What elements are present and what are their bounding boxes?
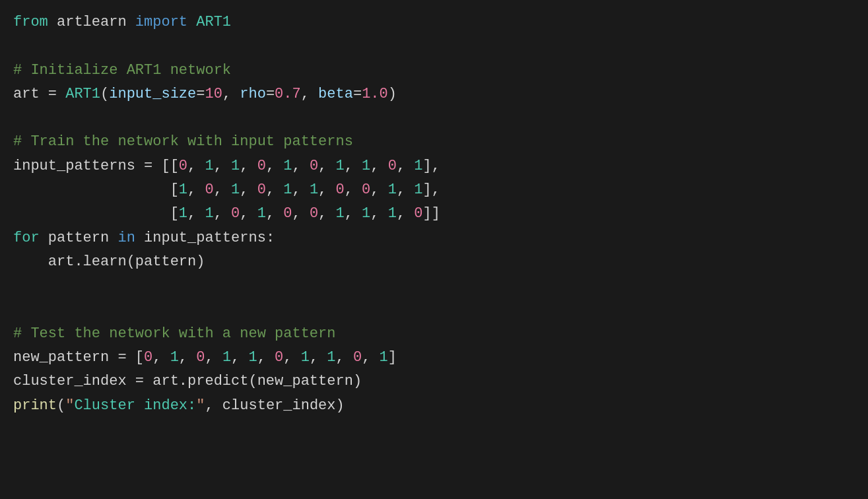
keyword-for: for xyxy=(13,230,40,246)
class-art1-call: ART1 xyxy=(65,86,100,102)
num-1-0: 1.0 xyxy=(362,86,388,102)
blank-line-3 xyxy=(13,274,855,298)
comment-test: # Test the network with a new pattern xyxy=(13,325,335,342)
comment-line-3: # Test the network with a new pattern xyxy=(13,322,855,346)
param-input-size: input_size xyxy=(109,86,196,102)
class-art1: ART1 xyxy=(196,14,231,30)
code-line-patterns-1: input_patterns = [[0, 1, 1, 0, 1, 0, 1, … xyxy=(13,154,855,178)
code-editor: from artlearn import ART1 # Initialize A… xyxy=(0,0,868,499)
code-line-for: for pattern in input_patterns: xyxy=(13,226,855,250)
blank-line-2 xyxy=(13,106,855,130)
num-0-7: 0.7 xyxy=(275,86,301,102)
comment-line-1: # Initialize ART1 network xyxy=(13,59,855,83)
num-10: 10 xyxy=(205,86,222,102)
code-line-learn: art.learn(pattern) xyxy=(13,250,855,274)
code-line-art-init: art = ART1(input_size=10, rho=0.7, beta=… xyxy=(13,83,855,106)
comment-line-2: # Train the network with input patterns xyxy=(13,130,855,154)
keyword-import: import xyxy=(135,14,187,30)
code-line-print: print("Cluster index:", cluster_index) xyxy=(13,394,855,418)
param-rho: rho xyxy=(240,86,266,102)
code-line-patterns-2: [1, 0, 1, 0, 1, 1, 0, 0, 1, 1], xyxy=(13,178,855,202)
keyword-in: in xyxy=(117,230,135,246)
param-beta: beta xyxy=(318,86,353,102)
keyword-print: print xyxy=(13,397,57,414)
comment-init: # Initialize ART1 network xyxy=(13,62,231,79)
code-line-1: from artlearn import ART1 xyxy=(13,11,855,34)
code-line-patterns-3: [1, 1, 0, 1, 0, 0, 1, 1, 1, 0]] xyxy=(13,202,855,226)
code-line-cluster: cluster_index = art.predict(new_pattern) xyxy=(13,370,855,393)
blank-line-4 xyxy=(13,298,855,322)
blank-line-1 xyxy=(13,34,855,58)
comment-train: # Train the network with input patterns xyxy=(13,133,353,150)
keyword-from: from xyxy=(13,14,48,30)
code-line-new-pattern: new_pattern = [0, 1, 0, 1, 1, 0, 1, 1, 0… xyxy=(13,346,855,370)
